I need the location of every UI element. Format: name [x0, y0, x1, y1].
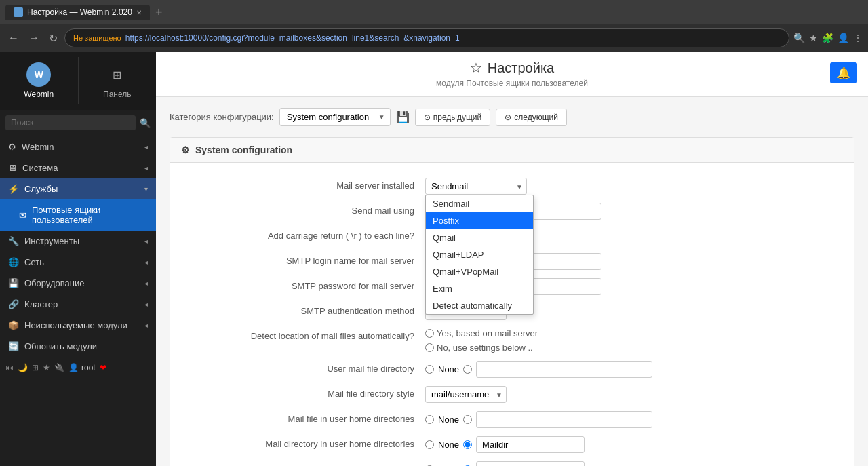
page-title-text: Настройка [488, 60, 554, 76]
update-icon: 🔄 [8, 341, 19, 351]
option-postfix[interactable]: Postfix [426, 212, 533, 229]
panel-header: ⚙ System configuration [170, 138, 854, 163]
option-qmail-ldap[interactable]: Qmail+LDAP [426, 246, 533, 263]
sidebar-item-system[interactable]: 🖥 Система ◂ [0, 157, 156, 178]
sidebar-item-webmin[interactable]: ⚙ Webmin ◂ [0, 136, 156, 157]
search-input[interactable] [5, 115, 136, 130]
browser-chrome: Настройка — Webmin 2.020 ✕ + ← → ↻ Не за… [0, 0, 868, 52]
option-qmail[interactable]: Qmail [426, 229, 533, 246]
sidebar-item-hardware[interactable]: 💾 Оборудование ◂ [0, 273, 156, 294]
sidebar-bottom-icon-3[interactable]: ⊞ [32, 363, 39, 372]
search-browser-icon[interactable]: 🔍 [793, 33, 805, 43]
sidebar-bottom-icon-5[interactable]: 🔌 [54, 363, 64, 372]
sidebar-item-label-tools: Инструменты [24, 236, 79, 246]
option-sendmail[interactable]: Sendmail [426, 195, 533, 212]
bookmark-icon[interactable]: ★ [809, 33, 818, 43]
mail-server-select[interactable]: Sendmail [425, 178, 527, 195]
mail-dir-style-select[interactable]: mail/username [425, 386, 507, 403]
mail-server-dropdown-wrapper: Sendmail ▼ Sendmail Postfix Qmail Qmail+… [425, 178, 527, 195]
mail-home-custom-radio[interactable] [463, 415, 472, 424]
app-body: W Webmin ⊞ Панель 🔍 ⚙ Webmin ◂ 🖥 Система [0, 52, 868, 466]
notification-button[interactable]: 🔔 [830, 62, 857, 83]
new-tab-button[interactable]: + [155, 5, 163, 20]
panel-body: Mail server installed Sendmail ▼ Sendmai… [170, 163, 854, 466]
sidebar-item-network[interactable]: 🌐 Сеть ◂ [0, 252, 156, 273]
sidebar-danger-icon[interactable]: ❤ [100, 363, 106, 372]
detect-no-radio[interactable] [425, 343, 434, 352]
mail-dir-home-label: Mail directory in user home directories [181, 436, 425, 449]
star-icon[interactable]: ☆ [470, 60, 482, 76]
sidebar-username: root [81, 363, 96, 372]
detect-yes-radio[interactable] [425, 329, 434, 338]
sidebar-bottom: ⏮ 🌙 ⊞ ★ 🔌 👤 root ❤ [0, 357, 156, 378]
form-row-mail-home: Mail file in user home directories None [181, 407, 843, 432]
folders-sub-input[interactable] [476, 461, 585, 466]
user-mail-dir-none-label: None [438, 364, 459, 374]
detect-no-option[interactable]: No, use settings below .. [425, 343, 533, 353]
mail-dir-home-custom-radio[interactable] [463, 440, 472, 449]
services-icon: ⚡ [8, 184, 19, 194]
user-mail-dir-none-radio[interactable] [425, 365, 434, 374]
mail-home-none-radio[interactable] [425, 415, 434, 424]
sidebar-user: 👤 root [68, 363, 96, 372]
chevron-right-icon-4: ◂ [144, 258, 148, 266]
sidebar-logo-label: Webmin [24, 90, 54, 99]
sidebar-panel[interactable]: ⊞ Панель [78, 57, 157, 104]
tab-close-button[interactable]: ✕ [136, 9, 142, 16]
mail-home-input[interactable] [476, 411, 652, 428]
mail-dir-style-select-wrapper: mail/username ▼ [425, 386, 507, 403]
sidebar-item-label-cluster: Кластер [24, 299, 58, 309]
chevron-right-icon-6: ◂ [144, 300, 148, 308]
config-save-icon[interactable]: 💾 [396, 111, 410, 123]
main-content: ☆ Настройка модуля Почтовые ящики пользо… [156, 52, 868, 466]
address-bar[interactable]: Не защищено https://localhost:10000/conf… [64, 28, 789, 47]
back-browser-button[interactable]: ← [5, 29, 22, 47]
config-panel: ⚙ System configuration Mail server insta… [170, 137, 854, 466]
sidebar-panel-label: Панель [103, 90, 131, 99]
sidebar-bottom-icon-4[interactable]: ★ [43, 363, 50, 372]
mail-dir-style-control: mail/username ▼ [425, 386, 843, 403]
menu-icon[interactable]: ⋮ [853, 33, 863, 43]
sidebar-item-cluster[interactable]: 🔗 Кластер ◂ [0, 294, 156, 315]
user-mail-dir-input[interactable] [476, 361, 652, 378]
detect-yes-option[interactable]: Yes, based on mail server [425, 328, 538, 338]
option-detect[interactable]: Detect automatically [426, 297, 533, 314]
smtp-password-label: SMTP password for mail server [181, 278, 425, 291]
next-button[interactable]: ⊙ следующий [496, 109, 567, 126]
config-category-select[interactable]: System configuration [279, 108, 391, 126]
mail-server-control: Sendmail ▼ Sendmail Postfix Qmail Qmail+… [425, 178, 843, 195]
prev-button[interactable]: ⊙ предыдущий [415, 109, 491, 126]
sidebar-item-unused[interactable]: 📦 Неиспользуемые модули ◂ [0, 315, 156, 336]
config-category-select-wrapper: System configuration ▼ [279, 108, 391, 126]
sidebar-header: W Webmin ⊞ Панель [0, 52, 156, 110]
security-warning: Не защищено [73, 34, 121, 42]
mail-home-none-label: None [438, 414, 459, 425]
form-row-mail-dir-home: Mail directory in user home directories … [181, 432, 843, 457]
sidebar-bottom-icon-1[interactable]: ⏮ [5, 363, 14, 372]
option-qmail-vpopmail[interactable]: Qmail+VPopMail [426, 263, 533, 280]
form-row-folders-sub: Folders subdirectory under home director… [181, 457, 843, 466]
sidebar-logo[interactable]: W Webmin [0, 57, 78, 104]
system-icon: 🖥 [8, 163, 17, 173]
detect-location-label: Detect location of mail files automatica… [181, 328, 425, 341]
option-exim[interactable]: Exim [426, 280, 533, 297]
forward-browser-button[interactable]: → [26, 29, 42, 47]
mail-dir-home-none-radio[interactable] [425, 440, 434, 449]
extensions-icon[interactable]: 🧩 [822, 33, 833, 43]
detect-no-label: No, use settings below .. [437, 343, 533, 353]
mail-dir-home-control: None [425, 436, 843, 453]
user-mail-dir-custom-radio[interactable] [463, 365, 472, 374]
sidebar-item-update[interactable]: 🔄 Обновить модули [0, 336, 156, 357]
tools-icon: 🔧 [8, 236, 19, 246]
config-area: Категория конфигурации: System configura… [156, 97, 868, 466]
reload-button[interactable]: ↻ [46, 29, 60, 47]
sidebar-item-mailboxes[interactable]: ✉ Почтовые ящики пользователей [0, 199, 156, 231]
active-tab[interactable]: Настройка — Webmin 2.020 ✕ [5, 5, 150, 20]
user-icon: 👤 [68, 363, 79, 372]
sidebar-item-tools[interactable]: 🔧 Инструменты ◂ [0, 231, 156, 252]
sidebar-bottom-icon-2[interactable]: 🌙 [18, 363, 28, 372]
mail-dir-home-input[interactable] [476, 436, 585, 453]
profile-icon[interactable]: 👤 [837, 33, 849, 43]
sidebar-item-label-system: Система [22, 163, 58, 173]
sidebar-item-services[interactable]: ⚡ Службы ▾ [0, 178, 156, 199]
